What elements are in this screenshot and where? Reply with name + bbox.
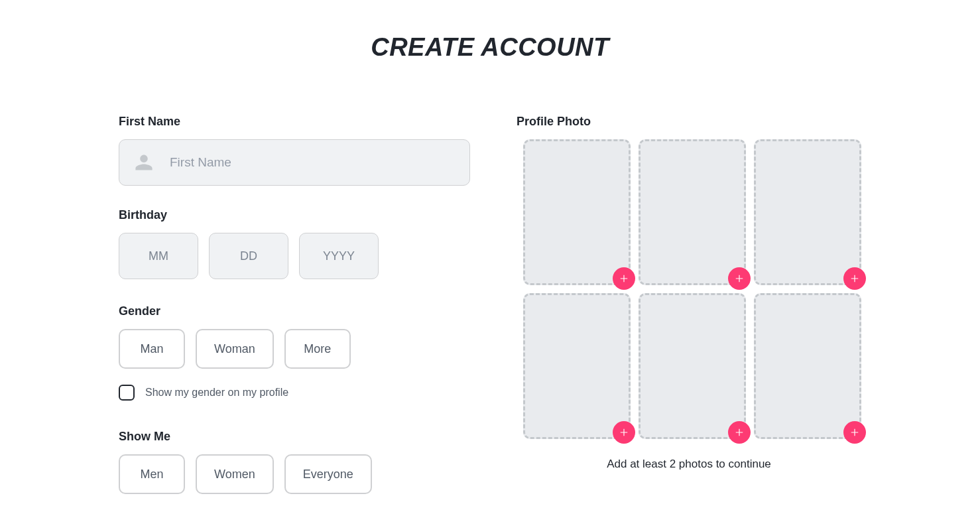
gender-label: Gender bbox=[119, 304, 470, 318]
photo-hint: Add at least 2 photos to continue bbox=[517, 458, 861, 471]
photo-slot[interactable] bbox=[754, 139, 861, 285]
photo-slot[interactable] bbox=[523, 293, 631, 439]
birthday-label: Birthday bbox=[119, 208, 470, 222]
birthday-day-input[interactable] bbox=[209, 233, 288, 279]
plus-icon bbox=[850, 428, 859, 437]
photo-slot[interactable] bbox=[639, 293, 746, 439]
photo-grid bbox=[523, 139, 861, 439]
show-me-option-everyone[interactable]: Everyone bbox=[284, 454, 372, 494]
show-me-option-men[interactable]: Men bbox=[119, 454, 185, 494]
show-me-option-women[interactable]: Women bbox=[196, 454, 274, 494]
show-gender-label: Show my gender on my profile bbox=[145, 387, 288, 399]
plus-icon bbox=[850, 274, 859, 283]
first-name-label: First Name bbox=[119, 115, 470, 129]
birthday-month-input[interactable] bbox=[119, 233, 198, 279]
gender-option-woman[interactable]: Woman bbox=[196, 329, 274, 369]
profile-photo-label: Profile Photo bbox=[517, 115, 861, 129]
page-title: CREATE ACCOUNT bbox=[0, 33, 980, 62]
first-name-input[interactable] bbox=[119, 139, 470, 186]
photo-slot[interactable] bbox=[639, 139, 746, 285]
show-me-label: Show Me bbox=[119, 430, 470, 444]
person-icon bbox=[135, 153, 153, 172]
add-photo-button[interactable] bbox=[843, 421, 866, 444]
add-photo-button[interactable] bbox=[728, 421, 751, 444]
photo-slot[interactable] bbox=[523, 139, 631, 285]
gender-option-more[interactable]: More bbox=[284, 329, 351, 369]
plus-icon bbox=[735, 274, 744, 283]
add-photo-button[interactable] bbox=[613, 421, 635, 444]
add-photo-button[interactable] bbox=[728, 267, 751, 290]
plus-icon bbox=[619, 428, 629, 437]
show-gender-checkbox[interactable] bbox=[119, 385, 135, 401]
plus-icon bbox=[619, 274, 629, 283]
add-photo-button[interactable] bbox=[613, 267, 635, 290]
gender-option-man[interactable]: Man bbox=[119, 329, 185, 369]
plus-icon bbox=[735, 428, 744, 437]
photo-slot[interactable] bbox=[754, 293, 861, 439]
birthday-year-input[interactable] bbox=[299, 233, 379, 279]
add-photo-button[interactable] bbox=[843, 267, 866, 290]
